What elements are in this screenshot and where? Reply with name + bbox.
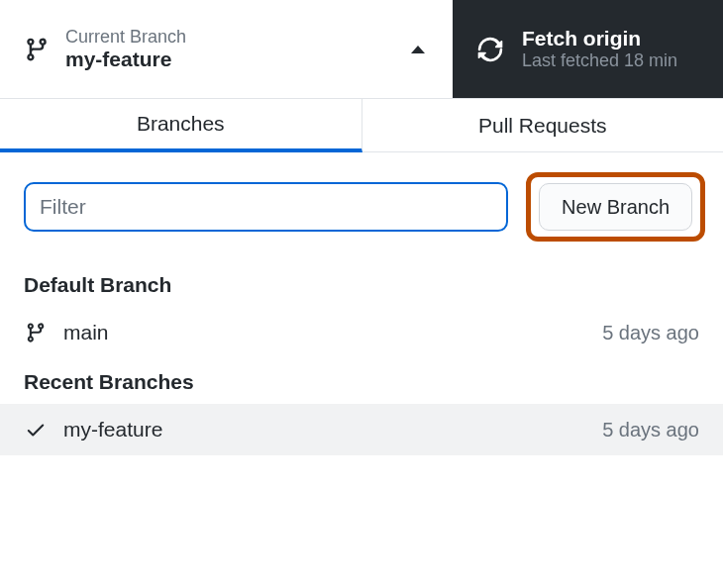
new-branch-button[interactable]: New Branch bbox=[539, 183, 692, 231]
recent-branches-header: Recent Branches bbox=[0, 358, 723, 404]
branch-list-item[interactable]: my-feature 5 days ago bbox=[0, 404, 723, 455]
branch-time: 5 days ago bbox=[602, 322, 699, 344]
fetch-origin-label: Fetch origin bbox=[522, 27, 677, 50]
current-branch-dropdown[interactable]: Current Branch my-feature bbox=[0, 0, 453, 98]
tab-pull-requests[interactable]: Pull Requests bbox=[362, 99, 724, 152]
current-branch-label: Current Branch bbox=[65, 27, 186, 48]
git-branch-icon bbox=[25, 321, 47, 344]
check-icon bbox=[25, 419, 47, 441]
chevron-up-icon bbox=[411, 46, 425, 53]
branch-name: my-feature bbox=[63, 418, 586, 441]
sync-icon bbox=[476, 36, 504, 63]
filter-input[interactable] bbox=[24, 182, 508, 232]
fetch-origin-button[interactable]: Fetch origin Last fetched 18 min bbox=[453, 0, 723, 98]
git-branch-icon bbox=[24, 36, 50, 63]
fetch-origin-time: Last fetched 18 min bbox=[522, 50, 677, 71]
branch-name: main bbox=[63, 321, 586, 344]
branch-list-item[interactable]: main 5 days ago bbox=[0, 307, 723, 358]
tab-branches[interactable]: Branches bbox=[0, 99, 362, 152]
branch-time: 5 days ago bbox=[602, 419, 699, 441]
current-branch-value: my-feature bbox=[65, 48, 186, 71]
default-branch-header: Default Branch bbox=[0, 261, 723, 307]
